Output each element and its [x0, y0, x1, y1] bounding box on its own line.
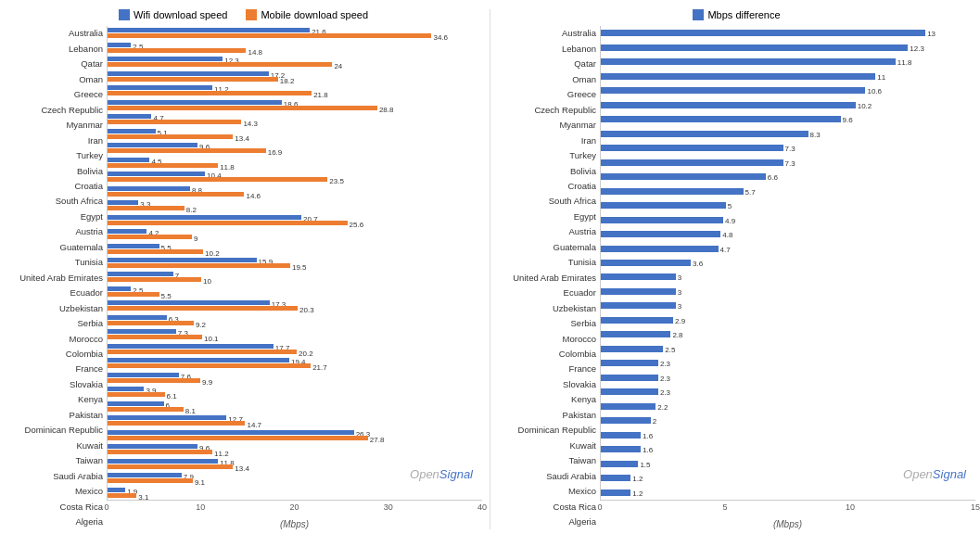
diff-bar-label: 5	[728, 202, 732, 210]
bar-row: 4.714.3	[108, 113, 482, 126]
mobile-color-box	[246, 9, 257, 20]
diff-bar-label: 6.6	[768, 173, 778, 182]
diff-bar-label: 2.8	[672, 331, 682, 339]
left-y-label: Pakistan	[5, 409, 103, 422]
mobile-legend-label: Mobile download speed	[261, 9, 368, 20]
right-x-unit: (Mbps)	[600, 519, 975, 529]
right-y-label: Australia	[498, 27, 596, 40]
left-y-label: Austria	[5, 225, 103, 238]
left-chart-area: AustraliaLebanonQatarOmanGreeceCzech Rep…	[5, 26, 482, 529]
diff-bar-label: 7.3	[785, 159, 795, 168]
diff-bar-row: 10.6	[601, 84, 975, 97]
diff-bar-row: 5.7	[601, 184, 975, 197]
left-y-label: Algeria	[5, 515, 103, 528]
right-y-label: South Africa	[498, 195, 596, 208]
bar-row: 12.714.7	[108, 414, 482, 427]
bar-row: 9.616.9	[108, 142, 482, 155]
bar-row: 20.725.6	[108, 213, 482, 226]
left-x-tick: 10	[196, 502, 205, 512]
bar-row: 4.29	[108, 228, 482, 241]
right-x-axis: 051015	[600, 502, 975, 517]
right-y-label: Colombia	[498, 348, 596, 361]
bar-row: 2.55.5	[108, 285, 482, 298]
diff-bar-row: 2.3	[601, 371, 975, 384]
left-y-label: Egypt	[5, 210, 103, 223]
diff-bar-label: 3	[678, 288, 681, 297]
right-y-label: Kuwait	[498, 439, 596, 451]
diff-bar-row: 2	[601, 414, 975, 427]
right-y-label: Qatar	[498, 57, 596, 70]
diff-bar-row: 1.6	[601, 443, 975, 456]
right-y-label: Mexico	[498, 485, 596, 498]
left-y-label: Turkey	[5, 149, 103, 162]
diff-bar-label: 2.3	[660, 375, 670, 383]
left-bars-area: 21.634.62.514.812.32417.218.211.221.818.…	[107, 26, 482, 501]
bar-row: 8.814.6	[108, 184, 482, 197]
diff-bar-row: 1.2	[601, 486, 975, 499]
bar-row: 15.919.5	[108, 256, 482, 269]
right-y-label: Myanmar	[498, 119, 596, 132]
left-y-label: Morocco	[5, 332, 103, 345]
diff-bar-row: 6.6	[601, 171, 975, 184]
right-y-label: Ecuador	[498, 286, 596, 299]
right-y-label: Kenya	[498, 393, 596, 406]
right-y-label: Greece	[498, 88, 596, 101]
left-y-axis: AustraliaLebanonQatarOmanGreeceCzech Rep…	[5, 26, 107, 529]
mobile-bar-label: 3.1	[138, 493, 148, 502]
diff-bar-row: 7.3	[601, 142, 975, 155]
right-y-label: Algeria	[498, 515, 596, 528]
right-y-label: Egypt	[498, 210, 596, 223]
diff-bar-label: 9.6	[843, 116, 853, 124]
right-y-label: Costa Rica	[498, 500, 596, 513]
diff-bar-row: 1.6	[601, 428, 975, 441]
chart-divider	[490, 9, 490, 529]
left-x-tick: 20	[289, 502, 299, 512]
diff-bar-row: 12.3	[601, 41, 975, 54]
left-x-tick: 30	[384, 502, 393, 512]
left-opensignal-brand: OpenSignal	[410, 467, 473, 481]
left-x-tick: 0	[104, 502, 108, 512]
bar-row: 6.39.2	[108, 313, 482, 326]
right-y-label: Croatia	[498, 180, 596, 193]
right-y-label: United Arab Emirates	[498, 271, 596, 284]
diff-bar-label: 1.6	[643, 446, 653, 454]
diff-bar-label: 7.3	[785, 145, 795, 153]
diff-bar-label: 3	[678, 302, 681, 311]
diff-bar-label: 10.2	[858, 102, 872, 110]
diff-bar-label: 1.2	[632, 475, 643, 483]
left-y-label: Dominican Republic	[5, 424, 103, 437]
bar-row: 3.96.1	[108, 386, 482, 399]
left-chart: Wifi download speed Mobile download spee…	[5, 9, 482, 529]
diff-bar-row: 10.2	[601, 98, 975, 111]
left-y-label: Slovakia	[5, 378, 103, 391]
right-bars-area: 1312.311.81110.610.29.68.37.37.36.65.754…	[600, 26, 975, 501]
left-y-label: Serbia	[5, 317, 103, 330]
diff-bar-row: 11	[601, 70, 975, 83]
bar-row: 26.327.8	[108, 428, 482, 441]
bar-row: 2.514.8	[108, 41, 482, 54]
bar-row: 12.324	[108, 56, 482, 69]
diff-bar-row: 11.8	[601, 56, 975, 69]
bar-row: 17.320.3	[108, 299, 482, 312]
right-chart-area: AustraliaLebanonQatarOmanGreeceCzech Rep…	[498, 26, 975, 529]
left-y-label: Taiwan	[5, 454, 103, 467]
right-chart: Mbps difference AustraliaLebanonQatarOma…	[498, 9, 975, 529]
diff-bar-row: 2.3	[601, 386, 975, 399]
bar-row: 10.423.5	[108, 171, 482, 184]
right-x-tick: 15	[971, 502, 980, 512]
diff-bar-label: 3.6	[693, 260, 703, 268]
bar-row: 7.310.1	[108, 328, 482, 341]
right-x-tick: 10	[846, 502, 855, 512]
bar-row: 710	[108, 271, 482, 284]
diff-bar-label: 2.5	[665, 346, 675, 354]
right-y-label: Turkey	[498, 149, 596, 162]
right-x-tick: 0	[597, 502, 602, 512]
wifi-legend-label: Wifi download speed	[134, 9, 228, 20]
diff-bar-row: 5	[601, 199, 975, 212]
diff-bar-row: 2.8	[601, 328, 975, 341]
left-y-label: Lebanon	[5, 43, 103, 56]
left-y-label: Uzbekistan	[5, 301, 103, 314]
diff-bar-label: 1.5	[640, 461, 650, 469]
right-y-label: Czech Republic	[498, 103, 596, 116]
right-y-label: Taiwan	[498, 454, 596, 467]
